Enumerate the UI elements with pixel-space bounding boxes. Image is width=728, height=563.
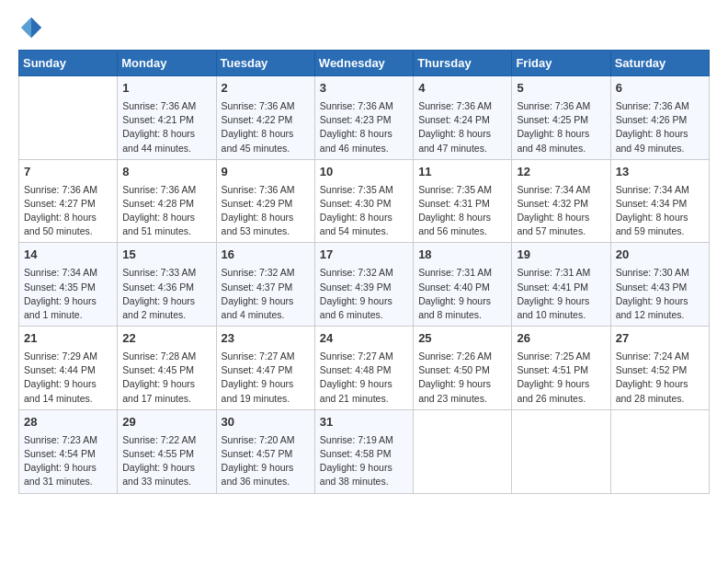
day-number: 27 bbox=[616, 330, 704, 348]
sunrise-text: Sunrise: 7:26 AM bbox=[418, 350, 492, 362]
day-number: 8 bbox=[122, 164, 210, 181]
cell-content: 24Sunrise: 7:27 AMSunset: 4:48 PMDayligh… bbox=[320, 330, 408, 406]
calendar-week-row: 14Sunrise: 7:34 AMSunset: 4:35 PMDayligh… bbox=[19, 243, 710, 327]
daylight-text: Daylight: 9 hours and 36 minutes. bbox=[222, 462, 294, 487]
daylight-text: Daylight: 9 hours and 31 minutes. bbox=[24, 462, 97, 487]
weekday-header-cell: Friday bbox=[512, 51, 610, 76]
calendar-cell: 12Sunrise: 7:34 AMSunset: 4:32 PMDayligh… bbox=[512, 159, 610, 243]
sunset-text: Sunset: 4:34 PM bbox=[616, 198, 688, 209]
daylight-text: Daylight: 9 hours and 33 minutes. bbox=[122, 462, 195, 487]
sunrise-text: Sunrise: 7:36 AM bbox=[320, 100, 393, 111]
calendar-cell: 17Sunrise: 7:32 AMSunset: 4:39 PMDayligh… bbox=[314, 243, 413, 327]
sunrise-text: Sunrise: 7:36 AM bbox=[616, 100, 689, 111]
cell-content: 9Sunrise: 7:36 AMSunset: 4:29 PMDaylight… bbox=[222, 164, 310, 239]
sunrise-text: Sunrise: 7:29 AM bbox=[24, 350, 97, 362]
daylight-text: Daylight: 8 hours and 53 minutes. bbox=[222, 212, 294, 236]
sunrise-text: Sunrise: 7:19 AM bbox=[320, 434, 393, 445]
cell-content: 26Sunrise: 7:25 AMSunset: 4:51 PMDayligh… bbox=[517, 330, 605, 406]
sunset-text: Sunset: 4:31 PM bbox=[418, 198, 490, 209]
svg-marker-1 bbox=[21, 17, 31, 38]
sunrise-text: Sunrise: 7:32 AM bbox=[320, 267, 393, 278]
day-number: 20 bbox=[616, 247, 704, 264]
daylight-text: Daylight: 9 hours and 4 minutes. bbox=[222, 295, 294, 320]
sunrise-text: Sunrise: 7:30 AM bbox=[616, 267, 689, 278]
daylight-text: Daylight: 9 hours and 10 minutes. bbox=[517, 295, 589, 320]
sunrise-text: Sunrise: 7:27 AM bbox=[222, 350, 295, 362]
sunset-text: Sunset: 4:44 PM bbox=[24, 364, 96, 375]
daylight-text: Daylight: 8 hours and 50 minutes. bbox=[24, 212, 97, 236]
day-number: 7 bbox=[24, 164, 112, 181]
day-number: 25 bbox=[418, 330, 506, 348]
day-number: 19 bbox=[517, 247, 605, 264]
daylight-text: Daylight: 9 hours and 23 minutes. bbox=[418, 378, 491, 403]
daylight-text: Daylight: 9 hours and 1 minute. bbox=[24, 295, 97, 320]
sunset-text: Sunset: 4:26 PM bbox=[616, 114, 688, 125]
cell-content: 13Sunrise: 7:34 AMSunset: 4:34 PMDayligh… bbox=[616, 164, 704, 239]
day-number: 22 bbox=[122, 330, 210, 348]
cell-content: 2Sunrise: 7:36 AMSunset: 4:22 PMDaylight… bbox=[222, 80, 310, 155]
weekday-header-cell: Tuesday bbox=[216, 51, 314, 76]
sunrise-text: Sunrise: 7:32 AM bbox=[222, 267, 295, 278]
day-number: 2 bbox=[222, 80, 310, 98]
sunset-text: Sunset: 4:23 PM bbox=[320, 114, 392, 125]
cell-content: 7Sunrise: 7:36 AMSunset: 4:27 PMDaylight… bbox=[24, 164, 112, 239]
cell-content: 21Sunrise: 7:29 AMSunset: 4:44 PMDayligh… bbox=[24, 330, 112, 406]
sunset-text: Sunset: 4:24 PM bbox=[418, 114, 490, 125]
sunset-text: Sunset: 4:54 PM bbox=[24, 448, 96, 459]
sunrise-text: Sunrise: 7:28 AM bbox=[122, 350, 196, 362]
cell-content: 28Sunrise: 7:23 AMSunset: 4:54 PMDayligh… bbox=[24, 414, 112, 489]
daylight-text: Daylight: 9 hours and 14 minutes. bbox=[24, 378, 97, 403]
daylight-text: Daylight: 8 hours and 45 minutes. bbox=[222, 128, 294, 153]
calendar-cell: 26Sunrise: 7:25 AMSunset: 4:51 PMDayligh… bbox=[512, 327, 610, 410]
calendar-cell: 30Sunrise: 7:20 AMSunset: 4:57 PMDayligh… bbox=[216, 409, 314, 493]
cell-content: 16Sunrise: 7:32 AMSunset: 4:37 PMDayligh… bbox=[222, 247, 310, 322]
cell-content: 17Sunrise: 7:32 AMSunset: 4:39 PMDayligh… bbox=[320, 247, 408, 322]
calendar-cell: 14Sunrise: 7:34 AMSunset: 4:35 PMDayligh… bbox=[19, 243, 118, 327]
calendar-cell bbox=[19, 76, 118, 160]
cell-content: 20Sunrise: 7:30 AMSunset: 4:43 PMDayligh… bbox=[616, 247, 704, 322]
day-number: 13 bbox=[616, 164, 704, 181]
daylight-text: Daylight: 9 hours and 26 minutes. bbox=[517, 378, 589, 403]
calendar-cell: 23Sunrise: 7:27 AMSunset: 4:47 PMDayligh… bbox=[216, 327, 314, 410]
day-number: 28 bbox=[24, 414, 112, 431]
calendar-cell: 25Sunrise: 7:26 AMSunset: 4:50 PMDayligh… bbox=[414, 327, 512, 410]
daylight-text: Daylight: 9 hours and 17 minutes. bbox=[122, 378, 195, 403]
calendar-cell: 8Sunrise: 7:36 AMSunset: 4:28 PMDaylight… bbox=[118, 159, 216, 243]
calendar-cell: 4Sunrise: 7:36 AMSunset: 4:24 PMDaylight… bbox=[414, 76, 512, 160]
day-number: 11 bbox=[418, 164, 506, 181]
sunset-text: Sunset: 4:43 PM bbox=[616, 282, 688, 293]
sunset-text: Sunset: 4:55 PM bbox=[122, 448, 194, 459]
cell-content: 11Sunrise: 7:35 AMSunset: 4:31 PMDayligh… bbox=[418, 164, 506, 239]
calendar-week-row: 1Sunrise: 7:36 AMSunset: 4:21 PMDaylight… bbox=[19, 76, 710, 160]
weekday-header-cell: Thursday bbox=[414, 51, 512, 76]
day-number: 23 bbox=[222, 330, 310, 348]
logo bbox=[18, 15, 48, 40]
cell-content: 15Sunrise: 7:33 AMSunset: 4:36 PMDayligh… bbox=[122, 247, 210, 322]
weekday-header-cell: Sunday bbox=[19, 51, 118, 76]
calendar-cell: 5Sunrise: 7:36 AMSunset: 4:25 PMDaylight… bbox=[512, 76, 610, 160]
calendar-cell: 27Sunrise: 7:24 AMSunset: 4:52 PMDayligh… bbox=[610, 327, 709, 410]
sunrise-text: Sunrise: 7:24 AM bbox=[616, 350, 689, 362]
sunset-text: Sunset: 4:51 PM bbox=[517, 364, 588, 375]
sunrise-text: Sunrise: 7:23 AM bbox=[24, 434, 97, 445]
sunrise-text: Sunrise: 7:35 AM bbox=[418, 184, 492, 195]
sunset-text: Sunset: 4:28 PM bbox=[122, 198, 194, 209]
day-number: 26 bbox=[517, 330, 605, 348]
cell-content: 25Sunrise: 7:26 AMSunset: 4:50 PMDayligh… bbox=[418, 330, 506, 406]
calendar-cell: 6Sunrise: 7:36 AMSunset: 4:26 PMDaylight… bbox=[610, 76, 709, 160]
sunrise-text: Sunrise: 7:36 AM bbox=[418, 100, 492, 111]
calendar-cell: 1Sunrise: 7:36 AMSunset: 4:21 PMDaylight… bbox=[118, 76, 216, 160]
sunset-text: Sunset: 4:32 PM bbox=[517, 198, 588, 209]
sunset-text: Sunset: 4:22 PM bbox=[222, 114, 293, 125]
calendar-cell: 28Sunrise: 7:23 AMSunset: 4:54 PMDayligh… bbox=[19, 409, 118, 493]
cell-content: 31Sunrise: 7:19 AMSunset: 4:58 PMDayligh… bbox=[320, 414, 408, 489]
day-number: 18 bbox=[418, 247, 506, 264]
calendar-cell: 19Sunrise: 7:31 AMSunset: 4:41 PMDayligh… bbox=[512, 243, 610, 327]
cell-content: 27Sunrise: 7:24 AMSunset: 4:52 PMDayligh… bbox=[616, 330, 704, 406]
weekday-header-cell: Saturday bbox=[610, 51, 709, 76]
daylight-text: Daylight: 9 hours and 2 minutes. bbox=[122, 295, 195, 320]
calendar-cell bbox=[610, 409, 709, 493]
day-number: 21 bbox=[24, 330, 112, 348]
weekday-header-cell: Monday bbox=[118, 51, 216, 76]
day-number: 15 bbox=[122, 247, 210, 264]
